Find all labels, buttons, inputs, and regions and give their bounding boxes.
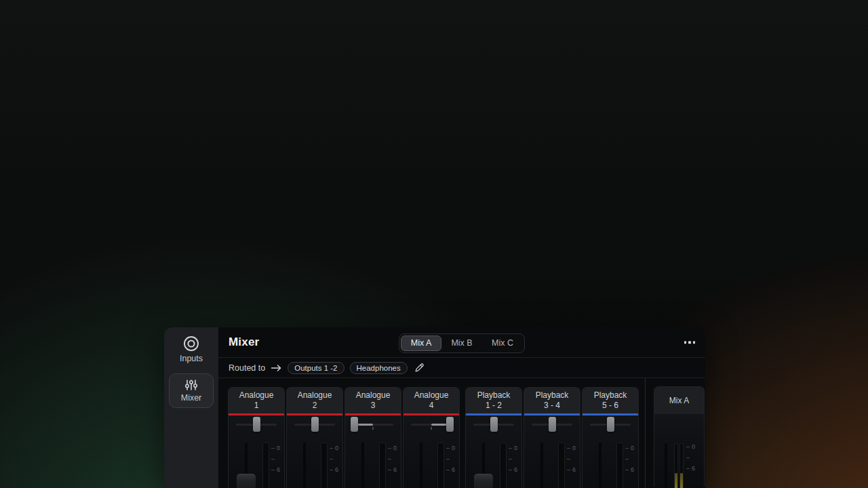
pan-thumb[interactable] [351, 417, 358, 432]
channel-name-line1: Analogue [229, 390, 284, 401]
master-fader-track[interactable] [665, 443, 667, 488]
pan-center-tick [431, 427, 432, 430]
routed-to-label: Routed to [229, 363, 265, 373]
channel-strip: Playback 1 - 2 0 6 [465, 387, 522, 488]
channel-name: Analogue 4 [403, 388, 459, 413]
pan-slider[interactable] [287, 415, 342, 433]
meter-signal [680, 473, 683, 488]
meter-scale-label: 0 [335, 445, 338, 451]
route-destination-badge: Outputs 1 -2 [288, 362, 344, 374]
master-level-meter [674, 443, 684, 488]
tab-mix-a[interactable]: Mix A [401, 336, 441, 351]
channel-name-line1: Playback [524, 390, 580, 401]
routing-bar: Routed to Outputs 1 -2 Headphones [218, 358, 705, 378]
level-meter [321, 443, 328, 488]
level-meter [437, 443, 444, 488]
channel-strip: Analogue 2 0 6 [286, 387, 343, 488]
level-meter [500, 443, 507, 488]
channel-name-line2: 4 [403, 401, 459, 411]
pan-thumb[interactable] [607, 417, 614, 432]
pan-slider[interactable] [229, 415, 284, 433]
pan-thumb[interactable] [311, 417, 319, 432]
channel-name-line2: 1 - 2 [466, 401, 521, 411]
master-strip-mix-a: Mix A 0 6 [654, 386, 705, 487]
level-meter [616, 443, 623, 488]
meter-scale-label: 6 [692, 466, 695, 471]
meter-scale-label: 0 [514, 445, 517, 451]
tab-mix-b[interactable]: Mix B [441, 336, 482, 351]
meter-scale-label: 0 [572, 445, 576, 451]
channel-name: Analogue 1 [229, 388, 284, 413]
channel-name-line2: 3 - 4 [524, 401, 580, 411]
channel-name-line2: 3 [345, 401, 401, 411]
meter-scale-label: 6 [277, 467, 280, 472]
meter-scale-label: 0 [277, 445, 280, 451]
channel-name: Playback 3 - 4 [524, 388, 580, 413]
master-fader-section: 0 6 [654, 414, 704, 486]
pencil-icon[interactable] [414, 363, 425, 373]
fader-track[interactable] [599, 443, 601, 488]
channel-name: Analogue 2 [287, 388, 342, 413]
pan-thumb[interactable] [490, 417, 498, 432]
ellipsis-icon[interactable] [684, 341, 696, 344]
level-meter [558, 443, 565, 488]
master-divider [645, 378, 646, 488]
channel-name-line1: Analogue [287, 390, 342, 401]
channel-strip-area: Analogue 1 0 6 Analogue 2 [218, 378, 705, 488]
level-meter [262, 443, 269, 488]
pan-thumb[interactable] [446, 417, 454, 432]
channel-strip: Analogue 3 0 6 [344, 387, 401, 488]
channel-name-line2: 1 [229, 401, 284, 411]
fader-track[interactable] [361, 443, 364, 488]
channel-name-line1: Playback [466, 390, 521, 401]
channel-name-line1: Analogue [345, 390, 401, 401]
pan-slider[interactable] [345, 415, 401, 433]
meter-scale-label: 6 [335, 467, 338, 472]
channel-name-line1: Analogue [403, 390, 459, 401]
tab-mix-c[interactable]: Mix C [482, 336, 523, 351]
mix-tab-group: Mix A Mix B Mix C [399, 333, 525, 353]
fader-thumb[interactable] [474, 474, 493, 488]
route-destination-badge: Headphones [350, 362, 408, 374]
inputs-halo-icon [169, 335, 214, 352]
page-title: Mixer [229, 336, 259, 349]
meter-scale-label: 0 [393, 445, 397, 451]
channel-name-line1: Playback [583, 390, 638, 401]
sidebar-item-inputs[interactable]: Inputs [169, 335, 214, 363]
pan-center-tick [372, 427, 374, 430]
pan-thumb[interactable] [549, 417, 556, 432]
fader-thumb[interactable] [237, 474, 256, 488]
fader-track[interactable] [540, 443, 543, 488]
mixer-window: Inputs Mixer Mixer Mix A Mix B [164, 327, 705, 488]
meter-scale-label: 0 [452, 445, 455, 451]
fader-section: 0 6 [403, 433, 459, 488]
mixer-header: Mixer Mix A Mix B Mix C [218, 327, 705, 358]
pan-slider[interactable] [403, 415, 459, 433]
meter-scale-label: 6 [393, 467, 397, 472]
meter-scale-label: 6 [514, 467, 517, 472]
fader-track[interactable] [303, 443, 306, 488]
sidebar-item-mixer[interactable]: Mixer [169, 373, 214, 408]
meter-scale-label: 0 [692, 444, 695, 449]
meter-scale-label: 6 [631, 467, 634, 472]
channel-name: Playback 5 - 6 [583, 388, 638, 413]
pan-slider[interactable] [583, 415, 638, 433]
sidebar-item-label: Inputs [169, 354, 214, 363]
channel-strip: Playback 3 - 4 0 6 [524, 387, 580, 488]
channel-strip: Analogue 1 0 6 [228, 387, 285, 488]
mixer-sliders-icon [170, 378, 213, 392]
channel-strip: Playback 5 - 6 0 6 [582, 387, 639, 488]
pan-slider[interactable] [466, 415, 521, 433]
sidebar-item-label: Mixer [170, 393, 213, 403]
channel-name-line2: 2 [287, 401, 342, 411]
master-name: Mix A [654, 387, 704, 414]
pan-thumb[interactable] [253, 417, 260, 432]
fader-section: 0 6 [466, 433, 521, 488]
fader-section: 0 6 [287, 433, 342, 488]
channel-strip: Analogue 4 0 6 [403, 387, 460, 488]
arrow-right-icon [271, 364, 282, 372]
meter-signal [675, 473, 677, 488]
mixer-main: Mixer Mix A Mix B Mix C Routed to Output… [218, 327, 705, 488]
fader-track[interactable] [420, 443, 422, 488]
pan-slider[interactable] [524, 415, 580, 433]
